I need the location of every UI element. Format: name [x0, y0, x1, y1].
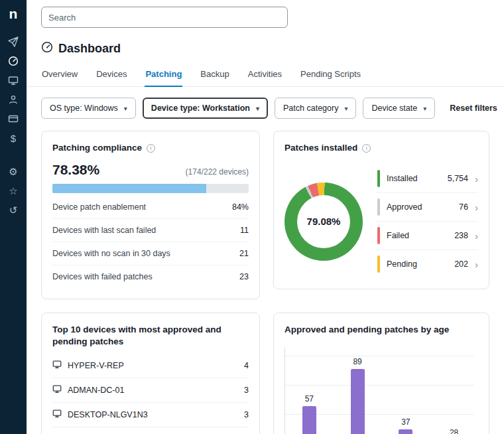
device-name: DESKTOP-NLGV1N3	[68, 410, 238, 419]
gear-icon[interactable]: ⚙	[4, 163, 23, 180]
stat-value: 84%	[232, 202, 249, 212]
bar-value-label: 89	[353, 357, 361, 366]
card-title: Patches installed	[284, 142, 357, 154]
legend-item-pending[interactable]: Pending 202	[376, 250, 478, 278]
rocket-icon[interactable]	[4, 33, 23, 50]
filter-os-type-label: OS type: Windows	[50, 104, 118, 113]
legend-value: 5,754	[448, 174, 468, 183]
tab-pending-scripts[interactable]: Pending Scripts	[300, 64, 361, 86]
bar-value-label: 37	[401, 417, 410, 427]
card-title: Approved and pending patches by age	[284, 324, 449, 336]
chevron-right-icon	[475, 231, 478, 241]
bar[interactable]: 37	[399, 417, 412, 434]
bar-group: 57 89 37 28	[285, 348, 478, 434]
stat-value: 21	[239, 249, 249, 258]
top-devices-card: Top 10 devices with most approved and pe…	[41, 313, 260, 434]
donut-center-label: 79.08%	[284, 182, 363, 261]
legend-label: Installed	[387, 174, 441, 183]
devices-icon[interactable]	[4, 72, 23, 89]
legend-swatch	[377, 227, 380, 244]
filter-patch-category-label: Patch category	[283, 104, 338, 113]
compliance-stats: Device patch enablement 84% Devices with…	[52, 196, 249, 288]
search-input[interactable]	[41, 7, 288, 28]
app-logo[interactable]: n	[0, 0, 27, 28]
legend-label: Approved	[387, 202, 452, 212]
device-row[interactable]: HYPER-V-REP 4	[52, 354, 249, 378]
sidebar-nav-top: $	[4, 33, 23, 147]
dashboard-icon[interactable]	[4, 52, 23, 70]
filter-device-type[interactable]: Device type: Workstation	[143, 98, 268, 119]
stat-row: Devices with failed patches 23	[52, 265, 249, 288]
cards-grid: Patching compliance 78.38% (174/222 devi…	[41, 131, 489, 434]
patching-compliance-card: Patching compliance 78.38% (174/222 devi…	[41, 131, 260, 299]
filter-device-type-label: Device type: Workstation	[151, 104, 250, 113]
age-bar-chart: 57 89 37 28	[284, 348, 478, 434]
page-header: Dashboard	[41, 41, 504, 56]
info-icon[interactable]	[147, 144, 155, 153]
stat-value: 23	[239, 272, 249, 281]
device-count: 3	[244, 410, 249, 419]
bar-rect	[351, 369, 365, 434]
gauge-icon	[41, 41, 53, 56]
device-row[interactable]: WIN10-SMITH-JOHN 2	[52, 427, 249, 434]
compliance-progress-fill	[52, 184, 206, 193]
page-title: Dashboard	[58, 42, 121, 56]
bar[interactable]: 57	[302, 394, 316, 434]
info-icon[interactable]	[362, 144, 371, 153]
bar-value-label: 57	[305, 394, 314, 403]
tab-activities[interactable]: Activities	[247, 64, 283, 86]
dollar-icon[interactable]: $	[4, 129, 23, 147]
reset-filters-button[interactable]: Reset filters	[446, 103, 501, 113]
bar-rect	[302, 406, 316, 434]
legend-value: 238	[454, 231, 468, 240]
credit-card-icon[interactable]	[4, 110, 23, 127]
device-name: ADMAN-DC-01	[68, 386, 238, 395]
chevron-down-icon	[124, 104, 127, 113]
chevron-right-icon	[475, 259, 478, 269]
bar[interactable]: 89	[351, 357, 365, 434]
legend-label: Failed	[387, 231, 448, 240]
filter-device-state[interactable]: Device state	[363, 98, 435, 119]
device-count: 4	[244, 361, 249, 370]
filter-device-state-label: Device state	[371, 104, 417, 113]
legend-value: 202	[454, 259, 468, 269]
legend-value: 76	[459, 202, 468, 212]
tab-devices[interactable]: Devices	[95, 64, 127, 86]
chevron-right-icon	[475, 174, 478, 184]
donut-chart: 79.08%	[284, 182, 363, 261]
stat-label: Devices with failed patches	[52, 272, 153, 281]
tab-overview[interactable]: Overview	[41, 64, 78, 86]
legend-item-approved[interactable]: Approved 76	[376, 193, 478, 222]
compliance-progress	[52, 184, 249, 193]
history-icon[interactable]: ↺	[4, 201, 23, 218]
device-row[interactable]: ADMAN-DC-01 3	[52, 378, 249, 403]
legend-label: Pending	[387, 259, 448, 269]
filter-patch-category[interactable]: Patch category	[275, 98, 356, 119]
stat-label: Devices with no scan in 30 days	[52, 249, 170, 258]
card-title: Top 10 devices with most approved and pe…	[52, 324, 249, 348]
device-list: HYPER-V-REP 4 ADMAN-DC-01 3 DESKTOP-NLGV…	[52, 354, 249, 434]
stat-label: Device patch enablement	[52, 202, 146, 212]
patches-by-age-card: Approved and pending patches by age 57 8…	[273, 313, 489, 434]
tab-bar: Overview Devices Patching Backup Activit…	[27, 64, 504, 87]
filter-os-type[interactable]: OS type: Windows	[41, 98, 136, 119]
stat-row: Devices with no scan in 30 days 21	[52, 242, 249, 265]
stat-row: Device patch enablement 84%	[52, 196, 249, 219]
legend-item-installed[interactable]: Installed 5,754	[376, 165, 478, 193]
device-row[interactable]: DESKTOP-NLGV1N3 3	[52, 403, 249, 427]
stat-label: Devices with last scan failed	[52, 226, 156, 235]
star-icon[interactable]: ☆	[4, 182, 23, 199]
legend-item-failed[interactable]: Failed 238	[376, 222, 478, 250]
card-title: Patching compliance	[52, 142, 142, 154]
legend-swatch	[377, 198, 380, 216]
filter-bar: OS type: Windows Device type: Workstatio…	[41, 98, 504, 119]
tab-patching[interactable]: Patching	[145, 64, 182, 87]
chevron-down-icon	[423, 104, 426, 113]
monitor-icon	[52, 384, 62, 396]
bar[interactable]: 28	[447, 428, 461, 434]
stat-row: Devices with last scan failed 11	[52, 219, 249, 242]
tab-backup[interactable]: Backup	[200, 64, 229, 86]
legend-swatch	[377, 255, 380, 273]
user-icon[interactable]	[4, 91, 23, 108]
compliance-devices-count: (174/222 devices)	[186, 167, 249, 177]
